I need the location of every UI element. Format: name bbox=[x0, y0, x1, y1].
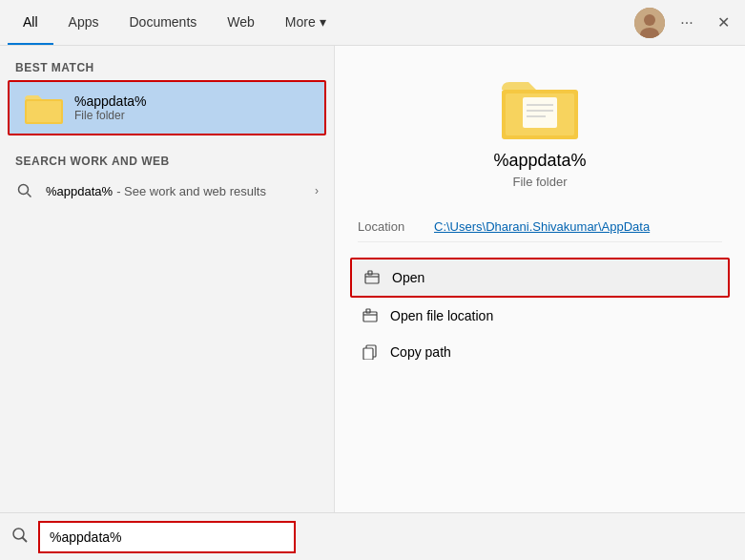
close-button[interactable]: ✕ bbox=[709, 9, 737, 37]
best-match-item[interactable]: %appdata% File folder bbox=[8, 80, 326, 135]
detail-info: Location C:\Users\Dharani.Shivakumar\App… bbox=[335, 212, 745, 242]
search-web-icon bbox=[15, 181, 34, 200]
close-icon: ✕ bbox=[717, 13, 730, 31]
ellipsis-button[interactable]: ··· bbox=[673, 9, 701, 37]
tab-more[interactable]: More ▾ bbox=[270, 0, 341, 45]
right-panel: %appdata% File folder Location C:\Users\… bbox=[334, 46, 745, 512]
user-avatar[interactable] bbox=[634, 8, 665, 38]
action-open[interactable]: Open bbox=[350, 258, 730, 298]
left-panel: Best match %appdata% File folder Search … bbox=[0, 46, 334, 512]
search-web-query: %appdata% bbox=[46, 184, 113, 198]
tab-apps-label: Apps bbox=[69, 14, 99, 30]
search-web-text: %appdata% - See work and web results bbox=[46, 184, 266, 198]
tab-all[interactable]: All bbox=[8, 0, 53, 45]
svg-rect-4 bbox=[27, 101, 61, 122]
svg-line-20 bbox=[23, 537, 28, 542]
tab-all-label: All bbox=[23, 14, 38, 30]
svg-point-19 bbox=[13, 529, 24, 539]
tab-web-label: Web bbox=[227, 14, 255, 30]
search-web-section: Search work and web %appdata% - See work… bbox=[0, 143, 334, 212]
svg-rect-9 bbox=[523, 97, 557, 128]
location-label: Location bbox=[358, 219, 434, 234]
nav-right: ··· ✕ bbox=[634, 0, 737, 45]
tab-documents[interactable]: Documents bbox=[114, 0, 212, 45]
action-copy-path[interactable]: Copy path bbox=[350, 334, 730, 370]
best-match-label: Best match bbox=[0, 57, 334, 80]
best-match-title: %appdata% bbox=[74, 93, 147, 109]
chevron-right-icon: › bbox=[315, 184, 319, 197]
avatar-image bbox=[634, 8, 665, 38]
search-input[interactable] bbox=[38, 521, 296, 553]
search-bottom-icon bbox=[11, 527, 29, 548]
tab-more-label: More bbox=[285, 14, 316, 30]
tab-apps[interactable]: Apps bbox=[53, 0, 114, 45]
top-nav: All Apps Documents Web More ▾ ··· ✕ bbox=[0, 0, 745, 46]
folder-icon-small bbox=[25, 92, 63, 124]
location-row: Location C:\Users\Dharani.Shivakumar\App… bbox=[358, 212, 722, 242]
tab-web[interactable]: Web bbox=[212, 0, 270, 45]
best-match-subtitle: File folder bbox=[74, 109, 147, 122]
search-web-suffix: - See work and web results bbox=[116, 184, 266, 198]
detail-subtitle: File folder bbox=[512, 175, 567, 189]
search-web-item[interactable]: %appdata% - See work and web results › bbox=[0, 174, 334, 208]
svg-line-6 bbox=[28, 194, 31, 197]
best-match-text: %appdata% File folder bbox=[74, 93, 147, 122]
open-icon bbox=[363, 269, 381, 286]
more-chevron-icon: ▾ bbox=[320, 14, 326, 30]
copy-path-icon bbox=[362, 343, 379, 361]
open-label: Open bbox=[392, 270, 424, 285]
action-open-file-location[interactable]: Open file location bbox=[350, 298, 730, 334]
location-value[interactable]: C:\Users\Dharani.Shivakumar\AppData bbox=[434, 219, 650, 234]
svg-point-1 bbox=[644, 14, 655, 26]
detail-title: %appdata% bbox=[493, 151, 586, 171]
ellipsis-icon: ··· bbox=[680, 14, 693, 31]
tab-documents-label: Documents bbox=[129, 14, 197, 30]
svg-point-5 bbox=[19, 185, 29, 195]
detail-folder-icon bbox=[502, 74, 578, 139]
open-file-location-label: Open file location bbox=[390, 308, 493, 323]
bottom-bar bbox=[0, 512, 745, 560]
detail-actions: Open Open file location bbox=[335, 258, 745, 370]
main-content: Best match %appdata% File folder Search … bbox=[0, 46, 745, 512]
copy-path-label: Copy path bbox=[390, 344, 451, 360]
svg-rect-18 bbox=[363, 348, 373, 360]
search-work-label: Search work and web bbox=[0, 151, 334, 174]
open-file-location-icon bbox=[362, 307, 379, 324]
